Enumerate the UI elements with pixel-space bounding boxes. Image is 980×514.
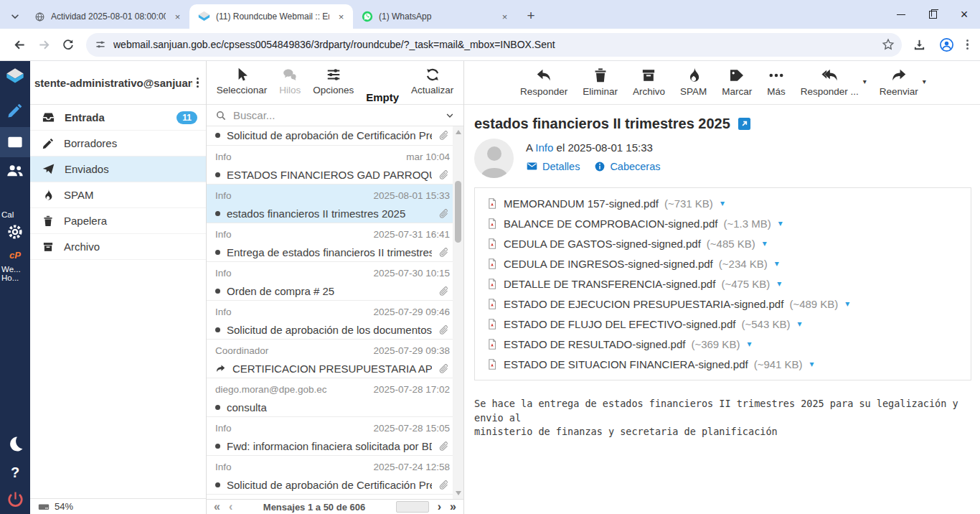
sidebar-item-entrada[interactable]: Entrada 11 [30, 105, 206, 131]
restore-button[interactable] [917, 0, 948, 29]
sidebar-item-enviados[interactable]: Enviados [30, 156, 206, 182]
rail-mail-button[interactable] [0, 127, 30, 157]
reply-all-caret-icon[interactable]: ▾ [863, 78, 867, 85]
message-subject[interactable]: Orden de compra # 25 [227, 285, 432, 297]
attachment-item[interactable]: CEDULA DE INGRESOS-signed-signed.pdf (~2… [475, 253, 971, 274]
attachment-item[interactable]: ESTADO DE RESULTADO-signed.pdf (~369 KB)… [475, 334, 971, 354]
reply-button[interactable]: Responder [518, 67, 570, 104]
bookmark-star-icon[interactable] [882, 38, 895, 51]
message-row[interactable]: Info2025-07-31 16:41 Entrega de estados … [207, 223, 453, 262]
cpanel-logo[interactable]: cP [9, 250, 21, 261]
attachment-menu-caret-icon[interactable]: ▾ [797, 319, 801, 329]
attachment-name[interactable]: MEMORANDUM 157-signed.pdf [504, 197, 659, 210]
attachment-name[interactable]: ESTADO DE RESULTADO-signed.pdf [504, 338, 685, 350]
back-button[interactable] [7, 32, 32, 57]
url-field[interactable]: webmail.sanjuan.gob.ec/cpsess0054849836/… [86, 33, 902, 57]
sidebar-item-archivo[interactable]: Archivo [30, 234, 206, 260]
attachment-name[interactable]: ESTADO DE SITUACION FINANCIERA-signed.pd… [504, 358, 748, 370]
page-number-input[interactable] [396, 501, 429, 513]
attachment-menu-caret-icon[interactable]: ▾ [810, 359, 814, 369]
rail-settings-button[interactable] [6, 223, 24, 240]
message-row[interactable]: Infomar 10:04 ESTADOS FINANCIEROS GAD PA… [207, 146, 453, 184]
list-scrollbar[interactable] [453, 126, 463, 499]
message-subject[interactable]: Fwd: informacion finaciera solicitada po… [227, 440, 432, 452]
prev-page-button[interactable]: ‹ [229, 501, 232, 513]
attachment-item[interactable]: DETALLE DE TRANSFERENCIA-signed.pdf (~47… [475, 274, 971, 294]
message-subject[interactable]: Solicitud de aprobación de los documento… [227, 324, 432, 336]
message-row[interactable]: Coordinador2025-07-29 09:38 CERTIFICACIO… [207, 340, 453, 378]
first-page-button[interactable]: « [214, 501, 220, 513]
attachment-menu-caret-icon[interactable]: ▾ [775, 258, 779, 268]
mark-button[interactable]: Marcar [720, 67, 754, 104]
archive-button[interactable]: Archivo [631, 67, 667, 104]
attachment-item[interactable]: ESTADO DE FLUJO DEL EFECTIVO-signed.pdf … [475, 314, 971, 334]
downloads-button[interactable] [908, 32, 932, 57]
url-text[interactable]: webmail.sanjuan.gob.ec/cpsess0054849836/… [113, 39, 875, 50]
last-page-button[interactable]: » [450, 501, 456, 513]
scroll-up-arrow[interactable] [456, 130, 461, 134]
attachment-menu-caret-icon[interactable]: ▾ [845, 299, 849, 309]
tab-close-icon[interactable]: × [335, 11, 347, 23]
message-subject[interactable]: Solicitud de aprobación de Certificación… [227, 479, 432, 491]
threads-button[interactable]: Hilos [277, 67, 303, 104]
reply-all-button[interactable]: Responder ... [798, 67, 861, 97]
profile-button[interactable] [935, 32, 959, 57]
message-subject[interactable]: CERTIFICACION PRESUPUESTARIA APROB... [232, 363, 432, 375]
sidebar-item-papelera[interactable]: Papelera [30, 208, 206, 234]
tab-whatsapp[interactable]: (1) WhatsApp × [353, 4, 517, 29]
logout-button[interactable] [6, 490, 24, 508]
attachment-name[interactable]: BALANCE DE COMPROBACION-signed.pdf [504, 218, 717, 230]
chrome-menu-button[interactable] [962, 35, 973, 55]
select-button[interactable]: Seleccionar [215, 67, 270, 104]
search-bar[interactable]: Buscar... [207, 105, 463, 126]
rail-calendar-label[interactable]: Cal [0, 210, 14, 219]
attachment-item[interactable]: MEMORANDUM 157-signed.pdf (~731 KB) ▾ [475, 193, 971, 213]
reload-button[interactable] [56, 32, 80, 57]
message-row[interactable]: Info2025-07-30 10:15 Orden de compra # 2… [207, 262, 453, 301]
more-button[interactable]: Más [765, 67, 788, 104]
tab-close-icon[interactable]: × [499, 11, 511, 23]
message-row[interactable]: Solicitud de aprobación de Certificación… [207, 126, 453, 146]
sidebar-item-spam[interactable]: SPAM [30, 182, 206, 208]
rail-contacts-button[interactable] [6, 162, 24, 180]
attachment-menu-caret-icon[interactable]: ▾ [777, 279, 781, 289]
next-page-button[interactable]: › [438, 501, 441, 513]
message-row[interactable]: diego.moran@dpe.gob.ec2025-07-28 17:02 c… [207, 378, 453, 417]
attachment-menu-caret-icon[interactable]: ▾ [720, 198, 725, 208]
tab-actividad[interactable]: Actividad 2025-08-01 08:00:00 × [26, 4, 189, 29]
attachment-menu-caret-icon[interactable]: ▾ [747, 339, 751, 349]
tab-roundcube[interactable]: (11) Roundcube Webmail :: Envi × [189, 4, 353, 29]
headers-link[interactable]: Cabeceras [594, 161, 660, 172]
message-row-selected[interactable]: Info2025-08-01 15:33 estados financieros… [207, 184, 453, 223]
message-subject[interactable]: ESTADOS FINANCIEROS GAD PARROQUIAL... [227, 169, 432, 181]
compose-button[interactable] [6, 102, 24, 119]
refresh-button[interactable]: Actualizar [409, 67, 456, 104]
message-row[interactable]: Info2025-07-29 09:46 Solicitud de aproba… [207, 301, 453, 340]
rail-webmail-home-label[interactable]: We... Ho... [0, 265, 21, 282]
attachment-item[interactable]: BALANCE DE COMPROBACION-signed.pdf (~1.3… [475, 213, 971, 233]
attachment-name[interactable]: CEDULA DE INGRESOS-signed-signed.pdf [504, 258, 713, 270]
sidebar-item-borradores[interactable]: Borradores [30, 131, 206, 156]
recipient-link[interactable]: Info [535, 141, 553, 154]
message-row[interactable]: Info2025-07-28 15:05 Fwd: informacion fi… [207, 417, 453, 456]
forward-button[interactable] [32, 32, 56, 57]
message-subject[interactable]: estados financieros II trimestres 2025 [227, 207, 432, 220]
tab-close-icon[interactable]: × [171, 11, 184, 23]
minimize-button[interactable] [885, 0, 917, 29]
options-button[interactable]: Opciones [311, 67, 356, 104]
dark-mode-button[interactable] [6, 435, 24, 453]
scrollbar-thumb[interactable] [455, 181, 461, 243]
open-external-icon[interactable] [738, 117, 751, 131]
forward-caret-icon[interactable]: ▾ [923, 78, 926, 85]
message-row[interactable]: Info2025-07-24 12:58 Solicitud de aproba… [207, 456, 453, 495]
attachment-menu-caret-icon[interactable]: ▾ [778, 218, 783, 228]
new-tab-button[interactable]: + [521, 6, 541, 26]
attachment-menu-caret-icon[interactable]: ▾ [763, 238, 767, 248]
delete-button[interactable]: Eliminar [580, 67, 620, 104]
attachment-name[interactable]: CEDULA DE GASTOS-signed-signed.pdf [504, 238, 701, 250]
attachment-item[interactable]: CEDULA DE GASTOS-signed-signed.pdf (~485… [475, 233, 971, 253]
spam-button[interactable]: SPAM [678, 67, 709, 104]
message-subject[interactable]: Solicitud de aprobación de Certificación… [227, 129, 432, 141]
search-input[interactable]: Buscar... [233, 109, 438, 121]
attachment-name[interactable]: ESTADO DE EJECUCION PRESUPUESTARIA-signe… [504, 298, 783, 310]
